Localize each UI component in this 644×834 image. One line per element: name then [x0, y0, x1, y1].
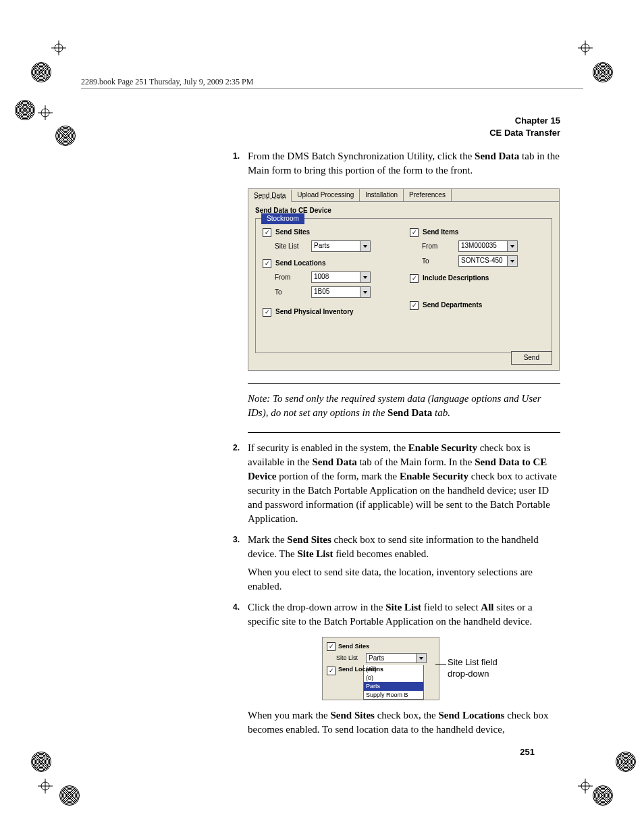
ornament-top-left: [31, 62, 51, 82]
loc-from-label: From: [263, 273, 307, 282]
t: Site List: [385, 602, 421, 613]
ornament-bot-right: [593, 785, 613, 806]
items-from-combo[interactable]: 13M000035: [458, 240, 518, 252]
chevron-down-icon[interactable]: [416, 654, 426, 662]
callout-line-1: Site List field: [448, 657, 498, 669]
t: If security is enabled in the system, th…: [248, 442, 408, 453]
items-from-label: From: [410, 242, 454, 251]
tab-upload-processing[interactable]: Upload Processing: [292, 189, 360, 201]
t: Enable Security: [408, 442, 477, 453]
crop-mark-ml: [38, 105, 53, 120]
group-label: Stockroom: [261, 213, 304, 224]
mini-send-sites-checkbox[interactable]: [327, 642, 336, 651]
step-1: From the DMS Batch Synchronization Utili…: [233, 149, 560, 433]
mini-send-locations-checkbox[interactable]: [327, 667, 336, 675]
loc-from-value: 1008: [312, 272, 360, 282]
note-bold: Send Data: [387, 407, 432, 418]
include-desc-checkbox[interactable]: [410, 274, 419, 283]
mini-site-list-combo[interactable]: Parts: [366, 653, 427, 663]
send-items-label: Send Items: [423, 228, 458, 237]
site-list-label: Site List: [263, 242, 307, 251]
step1-text-a: From the DMS Batch Synchronization Utili…: [248, 151, 475, 161]
t: portion of the form, mark the: [276, 471, 399, 481]
ornament-mid-left-2: [55, 126, 76, 146]
book-header-line: 2289.book Page 251 Thursday, July 9, 200…: [81, 77, 583, 89]
svg-point-12: [581, 782, 589, 790]
step4-tail: When you mark the Send Sites check box, …: [248, 708, 560, 737]
list-item[interactable]: Supply Room B: [364, 691, 423, 700]
items-to-label: To: [410, 257, 454, 266]
send-sites-label: Send Sites: [275, 228, 310, 237]
t: field becomes enabled.: [333, 548, 429, 559]
ornament-bot-left-1: [31, 752, 51, 772]
send-items-checkbox[interactable]: [410, 228, 419, 237]
tabstrip: Send Data Upload Processing Installation…: [248, 189, 559, 202]
crop-mark-br: [578, 779, 593, 793]
chevron-down-icon[interactable]: [360, 241, 370, 251]
divider: [248, 383, 560, 384]
tab-installation[interactable]: Installation: [360, 189, 404, 201]
svg-point-6: [41, 109, 49, 117]
send-depts-label: Send Departments: [423, 301, 482, 310]
mini-dialog: Send Sites Site List Parts Send Location…: [322, 637, 439, 700]
chevron-down-icon[interactable]: [507, 241, 517, 251]
stockroom-group: Stockroom Send Sites Site List Parts: [255, 218, 552, 353]
send-locations-checkbox[interactable]: [263, 259, 271, 268]
chevron-down-icon[interactable]: [360, 272, 370, 282]
send-depts-checkbox[interactable]: [410, 301, 419, 310]
crop-mark-bl: [38, 779, 53, 793]
site-list-combo[interactable]: Parts: [311, 240, 371, 252]
chevron-down-icon[interactable]: [360, 287, 370, 297]
list-item[interactable]: (All): [364, 665, 423, 674]
t: field to select: [421, 602, 481, 613]
chapter-header: Chapter 15 CE Data Transfer: [233, 115, 560, 138]
chevron-down-icon[interactable]: [507, 256, 517, 266]
loc-to-label: To: [263, 288, 307, 297]
ornament-mid-left-1: [15, 100, 35, 120]
items-to-combo[interactable]: SONTCS-450: [458, 255, 518, 267]
step-2: If security is enabled in the system, th…: [233, 441, 560, 526]
t: Enable Security: [400, 471, 468, 481]
mini-site-list-label: Site List: [327, 654, 363, 662]
send-locations-label: Send Locations: [275, 259, 325, 268]
t: All: [481, 602, 493, 613]
mini-figure-wrap: Send Sites Site List Parts Send Location…: [322, 637, 560, 700]
t: check box, the: [375, 710, 439, 721]
divider: [248, 432, 560, 433]
ornament-bot-left-2: [59, 785, 80, 806]
t: Click the drop-down arrow in the: [248, 602, 385, 613]
send-button[interactable]: Send: [511, 351, 552, 365]
loc-to-combo[interactable]: 1B05: [311, 286, 371, 298]
t: When you mark the: [248, 710, 330, 721]
callout-line-2: drop-down: [448, 669, 498, 680]
t: Site List: [297, 548, 333, 559]
step1-bold: Send Data: [475, 151, 519, 161]
site-list-value: Parts: [312, 241, 360, 251]
step-3: Mark the Send Sites check box to send si…: [233, 533, 560, 594]
loc-to-value: 1B05: [312, 287, 360, 297]
svg-point-3: [581, 44, 589, 52]
tab-send-data[interactable]: Send Data: [248, 190, 292, 202]
t: Send Data: [312, 457, 356, 467]
include-desc-label: Include Descriptions: [423, 273, 489, 283]
chapter-line-1: Chapter 15: [233, 115, 560, 127]
ornament-bot-right2: [616, 752, 636, 772]
crop-mark-tr: [578, 41, 593, 55]
items-from-value: 13M000035: [459, 241, 507, 251]
note-block: Note: To send only the required system d…: [248, 392, 560, 420]
send-sites-checkbox[interactable]: [263, 228, 271, 237]
tab-preferences[interactable]: Preferences: [404, 189, 452, 201]
mini-dropdown-list[interactable]: (All) (0) Parts Supply Room B: [363, 665, 424, 700]
t: Mark the: [248, 534, 287, 545]
page-number: 251: [520, 747, 535, 757]
loc-from-combo[interactable]: 1008: [311, 271, 371, 283]
list-item[interactable]: (0): [364, 674, 423, 683]
right-column: Send Items From 13M000035 To: [410, 224, 545, 320]
list-item-selected[interactable]: Parts: [364, 682, 423, 691]
mini-site-list-value: Parts: [367, 654, 416, 662]
step-4: Click the drop-down arrow in the Site Li…: [233, 600, 560, 737]
t: Send Locations: [438, 710, 504, 721]
t: Send Sites: [330, 710, 374, 721]
send-phys-inv-checkbox[interactable]: [263, 308, 271, 317]
send-phys-inv-label: Send Physical Inventory: [275, 307, 354, 317]
